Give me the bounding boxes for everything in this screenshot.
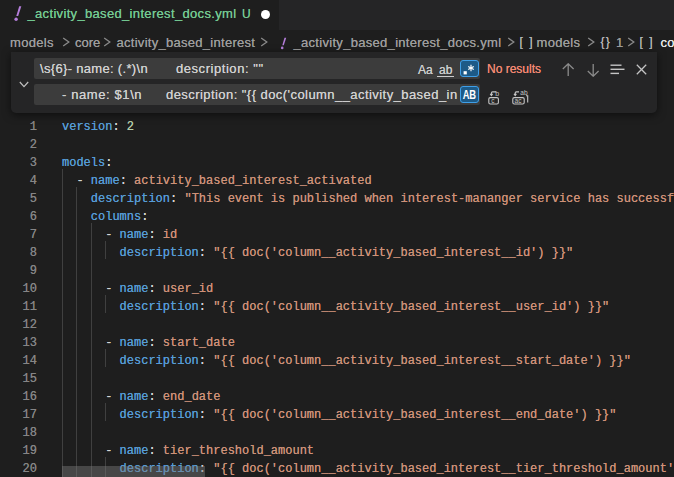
svg-text:b: b bbox=[495, 90, 499, 97]
svg-text:ac: ac bbox=[514, 97, 522, 104]
svg-text:ab: ab bbox=[520, 90, 528, 96]
